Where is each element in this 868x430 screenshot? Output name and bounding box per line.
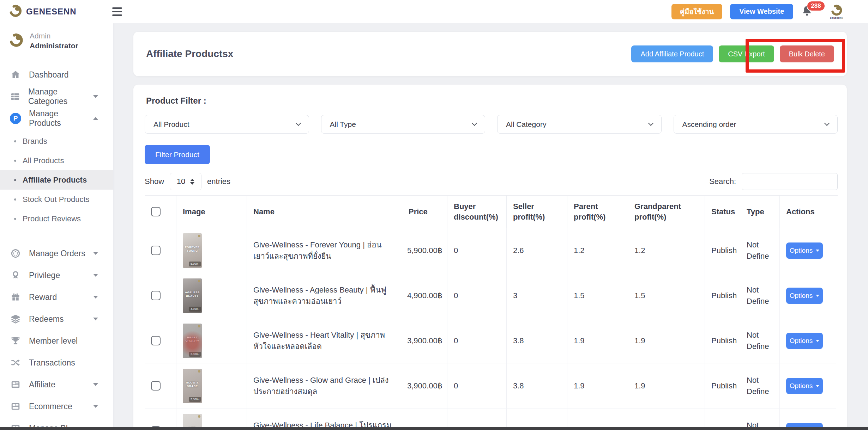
table-header-row: Image Name Price Buyer discount(%) Selle… [145, 196, 838, 228]
products-icon: P [10, 113, 21, 124]
parent-profit: 1.9 [567, 318, 628, 363]
layers-icon [10, 314, 21, 324]
sidebar-item-all-products[interactable]: All Products [0, 151, 113, 170]
main-content: Affiliate Productsx Add Affiliate Produc… [113, 23, 868, 430]
buyer-discount: 0 [447, 318, 507, 363]
chevron-down-icon [93, 95, 98, 98]
manual-button[interactable]: คู่มือใช้งาน [671, 4, 723, 19]
avatar-caption: GENESENN [830, 17, 843, 19]
sidebar-item-stock-out-products[interactable]: Stock Out Products [0, 190, 113, 209]
product-price: 3,900.00฿ [402, 363, 447, 408]
sidebar-item-dashboard[interactable]: Dashboard [0, 64, 113, 86]
col-actions: Actions [780, 196, 836, 228]
options-button[interactable]: Options [786, 333, 823, 349]
thumb-logo-icon [198, 370, 200, 373]
seller-profit: 3.8 [507, 363, 567, 408]
col-grandparent-profit: Grandparent profit(%) [628, 196, 705, 228]
page-size-control: Show 10 entries [145, 173, 230, 190]
view-website-button[interactable]: View Website [730, 4, 793, 19]
product-image: FOREVER YOUNG5,900.- [183, 233, 202, 268]
chevron-down-icon [93, 318, 98, 320]
sidebar-item-affiliate-products[interactable]: Affiliate Products [0, 170, 113, 190]
product-price: 4,900.00฿ [402, 273, 447, 318]
row-checkbox[interactable] [151, 336, 161, 345]
sidebar-item-manage-orders[interactable]: Manage Orders [0, 242, 113, 264]
entries-label: entries [207, 177, 230, 186]
sidebar-item-brands[interactable]: Brands [0, 131, 113, 151]
chevron-down-icon [648, 121, 653, 126]
sidebar-item-reward[interactable]: Reward [0, 286, 113, 308]
product-image: AGELESS BEAUTY4,900.- [183, 278, 202, 313]
filter-product-button[interactable]: Filter Product [145, 145, 210, 164]
sidebar-item-affiliate[interactable]: Affiliate [0, 374, 113, 395]
product-image: HEART VITALITY3,900.- [183, 324, 202, 358]
type: Not Define [740, 318, 780, 363]
csv-export-button[interactable]: CSV Export [719, 45, 774, 62]
sidebar-item-manage-products[interactable]: P Manage Products [0, 108, 113, 129]
sidebar-item-member-level[interactable]: Member level [0, 330, 113, 352]
chevron-down-icon [824, 121, 830, 126]
notifications-button[interactable]: 288 [801, 5, 813, 18]
row-checkbox[interactable] [151, 246, 161, 255]
user-avatar[interactable]: GENESENN [830, 4, 843, 19]
select-all-checkbox[interactable] [151, 207, 161, 216]
row-checkbox[interactable] [151, 291, 161, 300]
buyer-discount: 0 [447, 363, 507, 408]
notification-badge: 288 [807, 1, 825, 11]
sidebar-item-transactions[interactable]: Transactions [0, 352, 113, 374]
buyer-discount: 0 [447, 273, 507, 318]
sort-order-select[interactable]: Ascending order [674, 115, 838, 134]
category-filter-select[interactable]: All Category [497, 115, 662, 134]
add-affiliate-product-button[interactable]: Add Affiliate Product [631, 45, 713, 62]
seller-profit: 5.1 [507, 408, 567, 430]
newspaper-icon [10, 401, 21, 412]
product-filter-select[interactable]: All Product [145, 115, 309, 134]
options-button[interactable]: Options [786, 288, 823, 304]
row-checkbox[interactable] [151, 381, 161, 391]
user-role: Administrator [30, 42, 78, 50]
type-filter-select[interactable]: All Type [321, 115, 486, 134]
seller-profit: 2.6 [507, 228, 567, 273]
search-input[interactable] [742, 173, 838, 190]
bullet-icon [14, 218, 16, 220]
type: Not Define [740, 363, 780, 408]
brand-logo[interactable]: GENESENN [8, 4, 77, 19]
parent-profit: 1.5 [567, 273, 628, 318]
sidebar-item-product-reviews[interactable]: Product Reviews [0, 209, 113, 228]
options-button[interactable]: Options [786, 378, 823, 394]
sidebar-item-ecommerce[interactable]: Ecommerce [0, 395, 113, 417]
newspaper-icon [10, 379, 21, 390]
menu-icon[interactable] [112, 7, 122, 16]
sidebar-item-privilege[interactable]: Privilege [0, 264, 113, 286]
bullet-icon [14, 140, 16, 142]
screen: GENESENN คู่มือใช้งาน View Website 288 G… [0, 0, 868, 430]
product-price: 5,900.00฿ [402, 228, 447, 273]
sort-arrows-icon [190, 179, 194, 185]
sidebar-user[interactable]: Admin Administrator [0, 23, 113, 58]
options-button[interactable]: Options [786, 242, 823, 259]
page-size-select[interactable]: 10 [170, 173, 201, 190]
bell-icon [801, 12, 813, 18]
thumb-logo-icon [198, 415, 200, 418]
sidebar-item-manage-categories[interactable]: Manage Categories [0, 86, 113, 108]
bulk-delete-button[interactable]: Bulk Delete [780, 45, 834, 62]
product-name: Give-Wellness - Life Balance | โปรแกรม ว… [247, 408, 402, 430]
table-row: AGELESS BEAUTY4,900.- Give-Wellness - Ag… [145, 273, 838, 318]
status: Publish [705, 363, 740, 408]
chevron-up-icon [93, 117, 98, 120]
col-status: Status [705, 196, 740, 228]
filter-heading: Product Filter : [146, 96, 838, 106]
table-row: FOREVER YOUNG5,900.- Give-Wellness - For… [145, 228, 838, 273]
parent-profit: 1.9 [567, 363, 628, 408]
shuffle-icon [10, 357, 21, 368]
thumb-logo-icon [198, 235, 200, 237]
product-price: 2,900.00฿ [402, 408, 447, 430]
chevron-down-icon [295, 121, 301, 126]
status: Publish [705, 408, 740, 430]
search-control: Search: [709, 173, 838, 190]
product-name: Give-Wellness - Ageless Beauty | ฟื้นฟูส… [247, 273, 402, 318]
sidebar-item-redeems[interactable]: Redeems [0, 308, 113, 330]
type: Not Define [740, 273, 780, 318]
seller-profit: 3.8 [507, 318, 567, 363]
orders-icon [10, 248, 21, 259]
